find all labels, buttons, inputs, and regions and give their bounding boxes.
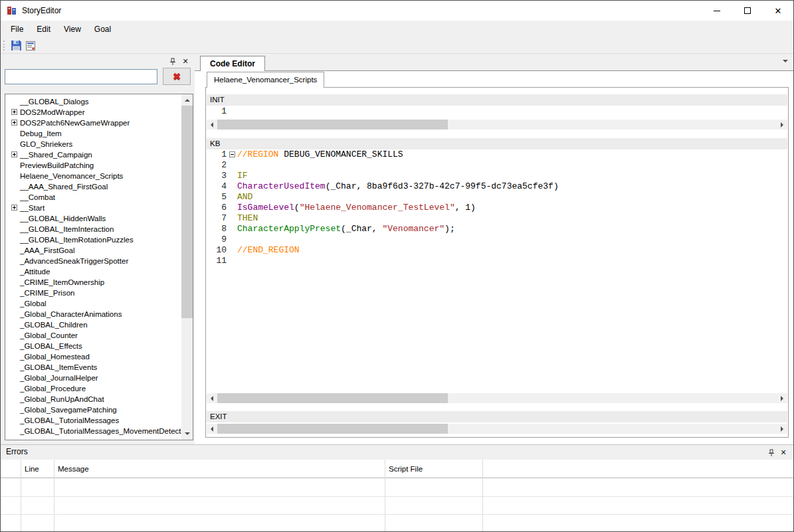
pin-icon[interactable]: [168, 57, 177, 66]
column-header-script-file[interactable]: Script File: [385, 460, 482, 478]
save-button[interactable]: [9, 39, 23, 53]
tree-item[interactable]: _Global_JournalHelper: [5, 373, 181, 383]
tree-item[interactable]: __GLOBAL_ItemInteraction: [5, 224, 181, 234]
tree-item[interactable]: _Global_RunUpAndChat: [5, 394, 181, 404]
tree-item[interactable]: __GLOBAL_HiddenWalls: [5, 213, 181, 224]
tree-item[interactable]: _GLOBAL_Children: [5, 319, 181, 330]
tree-item[interactable]: __AAA_Shared_FirstGoal: [5, 181, 181, 192]
scrollbar-thumb[interactable]: [217, 120, 448, 130]
menu-item-goal[interactable]: Goal: [88, 21, 118, 38]
expand-icon[interactable]: [11, 120, 17, 126]
scroll-left-arrow[interactable]: [207, 120, 217, 130]
kb-code-editor[interactable]: 1//REGION DEBUG_VENOMANCER_SKILLS23IF4Ch…: [207, 149, 787, 392]
generate-definitions-button[interactable]: [23, 39, 38, 53]
scroll-right-arrow[interactable]: [777, 393, 787, 403]
code-text: IF: [237, 171, 248, 181]
errors-panel-close-icon[interactable]: ✕: [779, 448, 788, 457]
tree-item[interactable]: _Global: [5, 298, 181, 309]
errors-grid-header: Line Message Script File: [1, 460, 793, 478]
menu-item-file[interactable]: File: [4, 21, 30, 38]
errors-grid: Line Message Script File: [1, 460, 793, 532]
goal-search-input[interactable]: [5, 69, 157, 84]
menu-item-edit[interactable]: Edit: [30, 21, 57, 38]
tree-item[interactable]: _Attitude: [5, 266, 181, 277]
tree-item[interactable]: DOS2Patch6NewGameWrapper: [5, 118, 181, 128]
scroll-left-arrow[interactable]: [207, 393, 217, 403]
code-line: 2: [207, 160, 787, 171]
tree-item[interactable]: _Global_Homestead: [5, 351, 181, 362]
code-token-procedure: CharacterUsedItem: [237, 181, 326, 191]
line-number: 1: [207, 149, 227, 160]
code-line: 5AND: [207, 192, 787, 203]
tree-item[interactable]: __Combat: [5, 192, 181, 203]
column-header-message[interactable]: Message: [54, 460, 385, 478]
tree-item[interactable]: _Global_Counter: [5, 330, 181, 341]
kb-horizontal-scrollbar[interactable]: [207, 393, 787, 403]
goals-tree: __GLOBAL_DialogsDOS2ModWrapperDOS2Patch6…: [5, 94, 193, 440]
fold-collapse-icon[interactable]: [229, 151, 235, 157]
tree-item[interactable]: _AdvancedSneakTriggerSpotter: [5, 256, 181, 266]
scroll-up-arrow[interactable]: [181, 94, 193, 106]
tree-item[interactable]: _CRIME_ItemOwnership: [5, 277, 181, 288]
expand-icon[interactable]: [11, 205, 17, 211]
tree-item-label: GLO_Shriekers: [20, 140, 72, 148]
story-editor-window: StoryEditor ✕ FileEditViewGoal: [0, 0, 794, 532]
tree-item[interactable]: __GLOBAL_ItemRotationPuzzles: [5, 234, 181, 245]
column-header-line[interactable]: Line: [21, 460, 54, 478]
scrollbar-thumb[interactable]: [181, 106, 193, 318]
code-token-procedure: IsGameLevel: [237, 203, 294, 213]
close-button[interactable]: ✕: [763, 1, 793, 21]
tree-item-label: __AAA_Shared_FirstGoal: [20, 183, 108, 191]
code-token-plain: (_Char, 8ba9f6d3-327b-42c7-99f5-dc73ea5c…: [326, 181, 559, 191]
goals-panel-close-icon[interactable]: ✕: [181, 56, 190, 66]
tree-item[interactable]: Debug_Item: [5, 128, 181, 139]
pin-icon[interactable]: [767, 448, 776, 458]
tab-script-file[interactable]: Helaene_Venomancer_Scripts: [207, 72, 324, 88]
maximize-button[interactable]: [732, 1, 763, 21]
scrollbar-thumb[interactable]: [217, 393, 448, 403]
tree-item[interactable]: _Global_CharacterAnimations: [5, 309, 181, 319]
tree-item[interactable]: _GLOBAL_TutorialMessages: [5, 415, 181, 426]
tree-item-label: DOS2Patch6NewGameWrapper: [20, 119, 130, 127]
code-token-region: //REGION: [237, 149, 278, 159]
grid-row-line: [1, 496, 793, 497]
expand-icon[interactable]: [11, 151, 17, 157]
code-token-keyword: THEN: [237, 213, 258, 223]
fold-slot: [227, 160, 237, 171]
expand-icon[interactable]: [11, 109, 17, 115]
tree-item[interactable]: _GLOBAL_ItemEvents: [5, 362, 181, 373]
errors-panel-title: Errors: [6, 445, 28, 459]
tree-item[interactable]: __Start: [5, 203, 181, 213]
exit-horizontal-scrollbar[interactable]: [207, 424, 787, 434]
scroll-right-arrow[interactable]: [777, 424, 787, 434]
tree-item[interactable]: __Shared_Campaign: [5, 149, 181, 160]
scrollbar-thumb[interactable]: [217, 424, 448, 434]
clear-search-button[interactable]: ✖: [163, 68, 191, 85]
tree-item[interactable]: _Global_Procedure: [5, 383, 181, 394]
init-code-editor[interactable]: 1: [207, 106, 787, 118]
toolbar-grip: [3, 41, 5, 50]
scroll-left-arrow[interactable]: [207, 424, 217, 434]
tree-item[interactable]: _GLOBAL_TutorialMessages_MovementDetecti…: [5, 426, 181, 436]
tree-item-label: __Shared_Campaign: [20, 151, 92, 159]
minimize-button[interactable]: [702, 1, 732, 21]
init-horizontal-scrollbar[interactable]: [207, 120, 787, 130]
tree-item[interactable]: DOS2ModWrapper: [5, 107, 181, 118]
exit-section-label: EXIT: [207, 411, 787, 422]
tree-item[interactable]: _Global_SavegamePatching: [5, 404, 181, 415]
tree-item[interactable]: PreviewBuildPatching: [5, 160, 181, 171]
tree-item[interactable]: GLO_Shriekers: [5, 139, 181, 149]
tree-vertical-scrollbar[interactable]: [181, 94, 193, 440]
scroll-down-arrow[interactable]: [181, 428, 193, 440]
tree-item[interactable]: _AAA_FirstGoal: [5, 245, 181, 256]
tree-item[interactable]: __GLOBAL_Dialogs: [5, 96, 181, 107]
code-line: 6IsGameLevel("Helaene_Venomancer_TestLev…: [207, 203, 787, 213]
menu-item-view[interactable]: View: [57, 21, 88, 38]
scroll-right-arrow[interactable]: [777, 120, 787, 130]
tree-item-label: Helaene_Venomancer_Scripts: [20, 172, 123, 180]
code-text: CharacterUsedItem(_Char, 8ba9f6d3-327b-4…: [237, 181, 559, 192]
tree-item[interactable]: _CRIME_Prison: [5, 288, 181, 298]
tree-item[interactable]: Helaene_Venomancer_Scripts: [5, 171, 181, 181]
tree-item[interactable]: _GLOBAL_Effects: [5, 341, 181, 351]
tab-code-editor[interactable]: Code Editor: [200, 56, 265, 71]
